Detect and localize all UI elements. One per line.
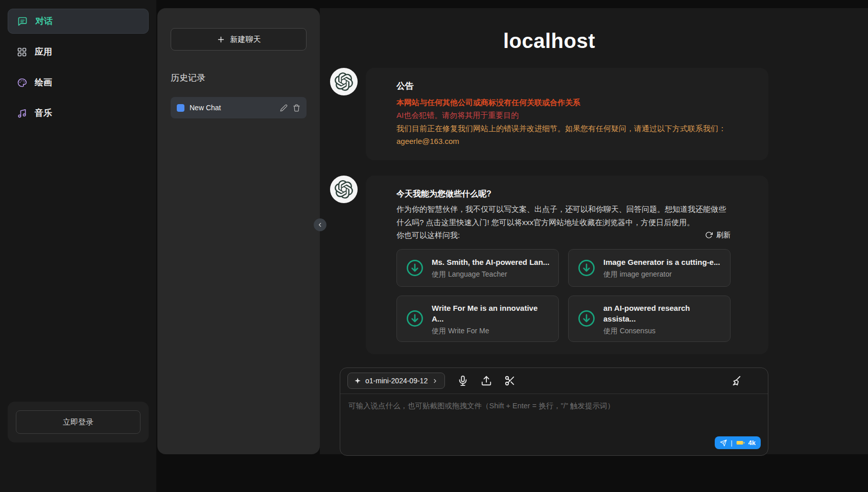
composer: o1-mini-2024-09-12	[340, 367, 768, 456]
welcome-body: 作为你的智慧伙伴，我不仅可以写文案、出点子，还可以和你聊天、回答问题。想知道我还…	[396, 203, 731, 229]
download-circle-icon	[577, 309, 596, 328]
sidebar: 对话 应用 绘画 音乐 立即登录	[0, 0, 156, 492]
trash-icon[interactable]	[293, 104, 300, 112]
history-title: 历史记录	[171, 72, 307, 84]
download-circle-icon	[405, 309, 425, 328]
login-button[interactable]: 立即登录	[16, 410, 140, 434]
collapse-sidebar-button[interactable]	[314, 218, 326, 231]
composer-body: | 4k	[340, 394, 768, 455]
suggestion-subtitle: 使用 Language Teacher	[432, 270, 549, 279]
chevron-left-icon	[317, 222, 323, 228]
sidebar-item-music[interactable]: 音乐	[8, 101, 149, 126]
send-icon	[720, 439, 727, 447]
model-selector[interactable]: o1-mini-2024-09-12	[347, 373, 445, 389]
sparkle-icon	[354, 377, 361, 384]
sidebar-item-label: 对话	[35, 15, 53, 27]
welcome-card: 今天我能为您做些什么呢? 作为你的智慧伙伴，我不仅可以写文案、出点子，还可以和你…	[366, 176, 768, 354]
assistant-avatar	[330, 176, 358, 203]
contact-email[interactable]: ageerle@163.com	[396, 135, 731, 148]
history-item-title: New Chat	[190, 104, 275, 112]
chat-bubble-icon	[17, 16, 28, 27]
microphone-button[interactable]	[457, 375, 468, 386]
message-input[interactable]	[348, 401, 760, 434]
welcome-message: 今天我能为您做些什么呢? 作为你的智慧伙伴，我不仅可以写文案、出点子，还可以和你…	[330, 176, 768, 354]
announcement-line: AI也会犯错。请勿将其用于重要目的	[396, 109, 731, 122]
suggestion-grid: Ms. Smith, the AI-powered Lan... 使用 Lang…	[396, 249, 731, 342]
model-label: o1-mini-2024-09-12	[365, 377, 428, 385]
refresh-button[interactable]: 刷新	[705, 231, 731, 240]
suggestion-card[interactable]: Write For Me is an innovative A... 使用 Wr…	[396, 296, 559, 342]
page-title: localhost	[330, 30, 768, 53]
download-circle-icon	[405, 258, 425, 278]
announcement-card: 公告 本网站与任何其他公司或商标没有任何关联或合作关系 AI也会犯错。请勿将其用…	[366, 68, 768, 160]
apps-grid-icon	[17, 47, 27, 57]
assistant-avatar	[330, 68, 358, 95]
announcement-message: 公告 本网站与任何其他公司或商标没有任何关联或合作关系 AI也会犯错。请勿将其用…	[330, 68, 768, 160]
suggestion-subtitle: 使用 image generator	[603, 270, 720, 279]
palette-icon	[17, 78, 27, 88]
new-chat-button[interactable]: 新建聊天	[171, 28, 307, 51]
screenshot-button[interactable]	[504, 375, 515, 386]
refresh-icon	[705, 231, 713, 239]
sidebar-item-label: 应用	[35, 46, 52, 58]
login-panel: 立即登录	[8, 402, 149, 442]
ask-hint: 你也可以这样问我:	[396, 229, 460, 242]
upload-button[interactable]	[481, 375, 492, 386]
chevron-right-icon	[432, 378, 438, 384]
download-circle-icon	[577, 258, 596, 278]
music-note-icon	[17, 108, 27, 118]
openai-logo-icon	[335, 180, 353, 199]
send-button[interactable]: | 4k	[715, 436, 761, 449]
clear-context-button[interactable]	[730, 375, 741, 386]
chat-list-column: 新建聊天 历史记录 New Chat	[157, 8, 320, 454]
openai-logo-icon	[335, 72, 353, 91]
suggestion-subtitle: 使用 Write For Me	[432, 327, 550, 335]
suggestion-card[interactable]: Ms. Smith, the AI-powered Lan... 使用 Lang…	[396, 249, 559, 287]
token-count: 4k	[748, 439, 756, 447]
sidebar-spacer	[8, 131, 149, 402]
broom-icon	[730, 375, 741, 386]
new-chat-label: 新建聊天	[230, 35, 261, 44]
welcome-heading: 今天我能为您做些什么呢?	[396, 187, 731, 201]
pill-divider: |	[731, 439, 732, 447]
suggestion-card[interactable]: Image Generator is a cutting-e... 使用 ima…	[568, 249, 731, 287]
battery-icon	[736, 440, 745, 446]
chat-column: localhost 公告 本网站与任何其他公司或商标没有任何关联或合作关系 AI…	[330, 30, 768, 456]
announcement-line: 本网站与任何其他公司或商标没有任何关联或合作关系	[396, 96, 731, 109]
chat-color-icon	[177, 104, 184, 112]
content-panel: 新建聊天 历史记录 New Chat loca	[157, 8, 868, 454]
sidebar-item-label: 音乐	[35, 107, 52, 119]
plus-icon	[217, 35, 225, 44]
suggestion-card[interactable]: an AI-powered research assista... 使用 Con…	[568, 296, 731, 342]
sidebar-item-apps[interactable]: 应用	[8, 39, 149, 64]
suggestion-title: Write For Me is an innovative A...	[432, 303, 550, 324]
announcement-line: 我们目前正在修复我们网站上的错误并改进细节。如果您有任何疑问，请通过以下方式联系…	[396, 122, 731, 135]
sidebar-item-label: 绘画	[35, 77, 52, 88]
history-list-item[interactable]: New Chat	[171, 97, 307, 118]
suggestion-title: an AI-powered research assista...	[603, 303, 722, 324]
suggestion-title: Ms. Smith, the AI-powered Lan...	[432, 257, 549, 267]
suggestion-title: Image Generator is a cutting-e...	[603, 257, 720, 267]
scissors-icon	[504, 375, 515, 386]
suggestion-subtitle: 使用 Consensus	[603, 327, 722, 335]
sidebar-item-drawing[interactable]: 绘画	[8, 70, 149, 95]
composer-toolbar: o1-mini-2024-09-12	[340, 368, 768, 394]
microphone-icon	[457, 375, 468, 386]
upload-icon	[481, 375, 492, 386]
chat-main: localhost 公告 本网站与任何其他公司或商标没有任何关联或合作关系 AI…	[320, 8, 868, 454]
app-window: 对话 应用 绘画 音乐 立即登录	[0, 0, 868, 492]
announcement-heading: 公告	[396, 79, 731, 94]
refresh-label: 刷新	[716, 231, 731, 240]
edit-icon[interactable]	[280, 104, 288, 112]
sidebar-item-chat[interactable]: 对话	[8, 9, 149, 34]
